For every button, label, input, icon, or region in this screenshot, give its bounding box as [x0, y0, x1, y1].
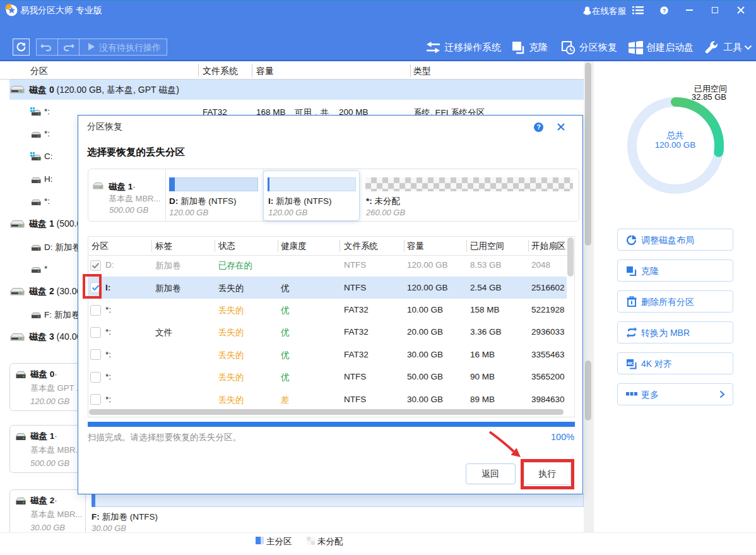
svg-text:?: ?: [663, 8, 666, 14]
svg-text:?: ?: [536, 123, 541, 131]
svg-text:4K: 4K: [627, 361, 634, 366]
